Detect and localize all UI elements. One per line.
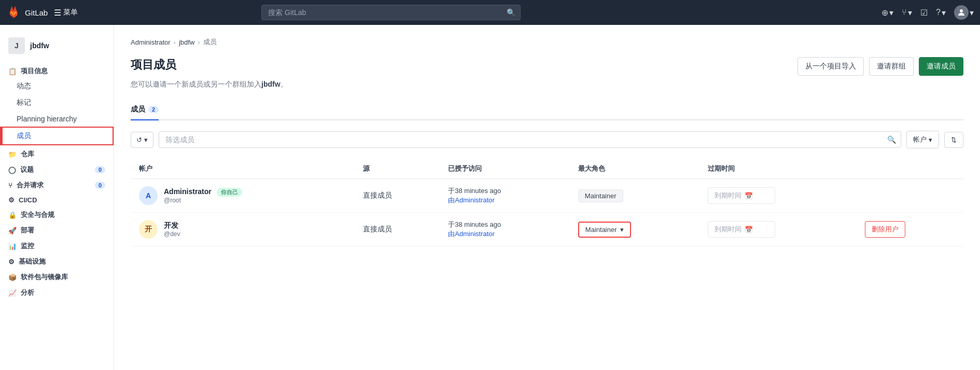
sidebar-section-infrastructure[interactable]: ⚙ 基础设施 — [0, 253, 114, 268]
sidebar-section-packages[interactable]: 📦 软件包与镜像库 — [0, 268, 114, 284]
col-source: 源 — [355, 159, 440, 179]
dropdown-icon: ▾ — [144, 136, 148, 144]
review-icon: ☑ — [920, 8, 928, 18]
source-admin: 直接成员 — [355, 179, 440, 213]
breadcrumb-current: 成员 — [203, 37, 217, 47]
sidebar-item-members[interactable]: 成员 — [0, 127, 114, 145]
infrastructure-icon: ⚙ — [8, 258, 15, 266]
role-badge-admin: Maintainer — [578, 189, 623, 202]
member-username-dev: @dev — [164, 230, 180, 238]
merge-icon: ⑂ — [902, 8, 907, 17]
sidebar-section-analytics[interactable]: 📈 分析 — [0, 284, 114, 299]
expiry-dev: 到期时间 📅 — [699, 213, 857, 246]
invite-group-button[interactable]: 邀请群组 — [869, 57, 914, 76]
date-picker-dev[interactable]: 到期时间 📅 — [708, 221, 775, 238]
remove-user-button[interactable]: 删除用户 — [865, 221, 905, 238]
gitlab-wordmark: GitLab — [25, 8, 48, 17]
search-icon: 🔍 — [507, 8, 515, 17]
filter-input[interactable] — [159, 131, 901, 148]
analytics-icon: 📈 — [8, 289, 17, 297]
tabs: 成员 2 — [131, 100, 963, 120]
role-admin: Maintainer — [570, 179, 699, 213]
monitor-icon: 📊 — [8, 242, 17, 250]
self-badge: 你自己 — [217, 188, 242, 197]
header-actions: 从一个项目导入 邀请群组 邀请成员 — [797, 57, 963, 76]
import-project-button[interactable]: 从一个项目导入 — [797, 57, 864, 76]
member-name-admin: Administrator 你自己 — [164, 187, 242, 197]
dropdown-icon: ▾ — [908, 8, 912, 18]
breadcrumb-admin[interactable]: Administrator — [131, 38, 171, 46]
project-header: J jbdfw — [0, 33, 114, 62]
actions-admin — [857, 179, 963, 213]
top-navigation: GitLab ☰ 菜单 🔍 ⊕ ▾ ⑂ ▾ ☑ ? ▾ ▾ — [0, 0, 980, 25]
search-input[interactable] — [261, 5, 521, 20]
invite-member-button[interactable]: 邀请成员 — [919, 57, 963, 76]
sidebar-section-deployments[interactable]: 🚀 部署 — [0, 222, 114, 237]
project-avatar: J — [8, 37, 25, 54]
access-dev: 于38 minutes ago 由Administrator — [440, 213, 570, 246]
col-actions — [857, 159, 963, 179]
member-info-dev: 开 开发 @dev — [139, 220, 346, 239]
user-avatar-button[interactable]: ▾ — [954, 5, 974, 20]
gitlab-logo[interactable]: GitLab — [6, 5, 48, 20]
account-filter-button[interactable]: 帐户 ▾ — [906, 131, 939, 148]
table-row: 开 开发 @dev 直接成员 于38 minutes ago 由Administ… — [131, 213, 963, 246]
sidebar-section-repository[interactable]: 📁 仓库 — [0, 145, 114, 161]
review-button[interactable]: ☑ — [920, 8, 928, 18]
dropdown-icon: ▾ — [942, 8, 946, 18]
calendar-icon: 📅 — [745, 226, 753, 234]
deployments-icon: 🚀 — [8, 227, 17, 235]
sidebar-item-labels[interactable]: 标记 — [0, 94, 114, 111]
access-by-dev-link[interactable]: 由Administrator — [448, 230, 495, 238]
col-access: 已授予访问 — [440, 159, 570, 179]
new-item-button[interactable]: ⊕ ▾ — [881, 8, 893, 18]
col-expiry: 过期时间 — [699, 159, 857, 179]
page-layout: J jbdfw 📋 项目信息 动态 标记 Planning hierarchy … — [0, 25, 980, 370]
cicd-icon: ⚙ — [8, 196, 15, 204]
access-by-admin-link[interactable]: 由Administrator — [448, 196, 495, 204]
sidebar-section-merge-requests[interactable]: ⑂ 合并请求 0 — [0, 176, 114, 192]
access-admin: 于38 minutes ago 由Administrator — [440, 179, 570, 213]
table-row: A Administrator 你自己 @root 直接成员 — [131, 179, 963, 213]
page-subtitle: 您可以邀请一个新成员或另一个群组加入jbdfw。 — [131, 80, 963, 89]
issues-icon: ◯ — [8, 166, 16, 174]
issues-badge: 0 — [95, 166, 105, 173]
member-info-admin: A Administrator 你自己 @root — [139, 186, 346, 205]
filter-input-wrapper: 🔍 — [159, 131, 901, 148]
help-button[interactable]: ? ▾ — [936, 8, 946, 18]
filter-history-button[interactable]: ↺ ▾ — [131, 132, 153, 148]
page-title-area: 项目成员 — [131, 57, 176, 73]
sidebar-section-monitor[interactable]: 📊 监控 — [0, 237, 114, 253]
tab-members[interactable]: 成员 2 — [131, 100, 159, 119]
info-icon: 📋 — [8, 67, 17, 75]
col-role: 最大角色 — [570, 159, 699, 179]
role-dropdown-dev[interactable]: Maintainer ▾ — [578, 222, 631, 238]
date-picker-admin[interactable]: 到期时间 📅 — [708, 187, 775, 204]
breadcrumb-project[interactable]: jbdfw — [179, 38, 194, 46]
main-content: Administrator › jbdfw › 成员 项目成员 从一个项目导入 … — [114, 25, 980, 370]
sidebar-item-activity[interactable]: 动态 — [0, 78, 114, 94]
sidebar-section-cicd[interactable]: ⚙ CI/CD — [0, 192, 114, 206]
merge-requests-button[interactable]: ⑂ ▾ — [902, 8, 912, 18]
svg-point-0 — [960, 9, 963, 12]
col-account: 帐户 — [131, 159, 355, 179]
project-name: jbdfw — [30, 42, 49, 50]
repository-icon: 📁 — [8, 150, 17, 158]
merge-requests-badge: 0 — [95, 182, 105, 189]
sidebar-section-issues[interactable]: ◯ 议题 0 — [0, 161, 114, 176]
nav-actions: ⊕ ▾ ⑂ ▾ ☑ ? ▾ ▾ — [881, 5, 974, 20]
dropdown-icon: ▾ — [970, 8, 974, 18]
page-title: 项目成员 — [131, 57, 176, 73]
filter-row: ↺ ▾ 🔍 帐户 ▾ ⇅ — [131, 131, 963, 148]
calendar-icon: 📅 — [745, 192, 753, 200]
breadcrumb: Administrator › jbdfw › 成员 — [131, 37, 963, 47]
sidebar-section-security[interactable]: 🔒 安全与合规 — [0, 206, 114, 222]
actions-dev: 删除用户 — [857, 213, 963, 246]
sidebar: J jbdfw 📋 项目信息 动态 标记 Planning hierarchy … — [0, 25, 114, 370]
menu-button[interactable]: ☰ 菜单 — [54, 8, 78, 18]
sidebar-section-project-info[interactable]: 📋 项目信息 — [0, 62, 114, 78]
page-header: 项目成员 从一个项目导入 邀请群组 邀请成员 — [131, 57, 963, 76]
merge-requests-icon: ⑂ — [8, 182, 12, 189]
sort-button[interactable]: ⇅ — [944, 132, 963, 148]
sidebar-item-planning-hierarchy[interactable]: Planning hierarchy — [0, 111, 114, 127]
